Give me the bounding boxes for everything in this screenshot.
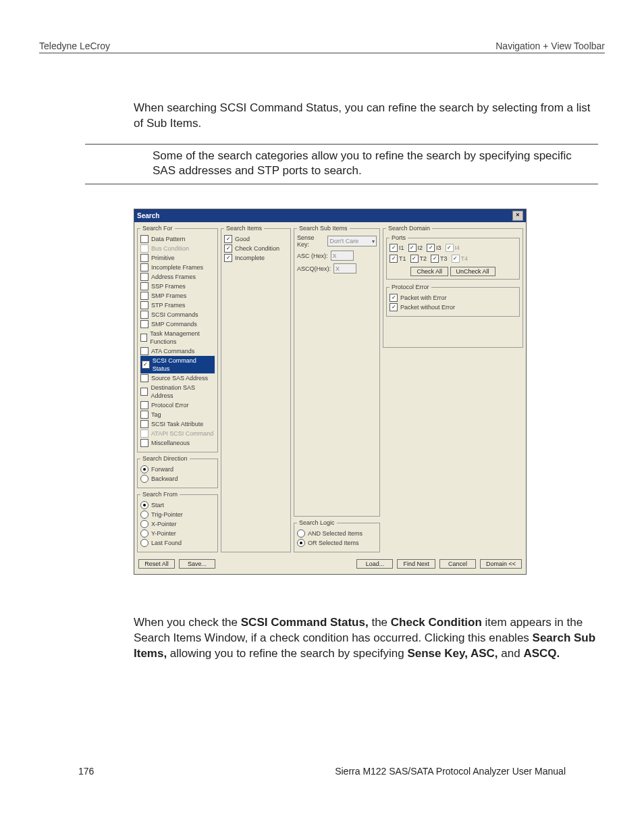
checkbox-icon[interactable] xyxy=(140,420,149,428)
cancel-button[interactable]: Cancel xyxy=(439,559,476,569)
port-checkbox[interactable]: I1 xyxy=(390,244,404,252)
search-from-option[interactable]: Start xyxy=(140,500,215,510)
search-for-item[interactable]: Primitive xyxy=(140,253,215,263)
checkbox-icon[interactable] xyxy=(140,263,149,271)
search-from-option[interactable]: Trig-Pointer xyxy=(140,510,215,519)
checkbox-icon[interactable] xyxy=(427,244,435,252)
search-from-option[interactable]: Last Found xyxy=(140,538,215,548)
search-for-item[interactable]: Protocol Error xyxy=(140,400,215,410)
port-checkbox[interactable]: I2 xyxy=(408,244,423,252)
search-from-option[interactable]: Y-Pointer xyxy=(140,529,215,538)
checkbox-icon[interactable] xyxy=(140,411,149,419)
checkbox-icon[interactable] xyxy=(140,311,149,319)
check-all-button[interactable]: Check All xyxy=(410,267,448,276)
titlebar[interactable]: Search × xyxy=(134,209,526,222)
search-item[interactable]: Good xyxy=(224,234,288,244)
checkbox-icon[interactable] xyxy=(140,235,149,243)
search-for-item[interactable]: SCSI Command Status xyxy=(142,356,213,373)
radio-icon[interactable] xyxy=(140,511,149,519)
search-for-item[interactable]: Address Frames xyxy=(140,272,215,282)
radio-icon[interactable] xyxy=(297,539,305,547)
ascq-input[interactable]: X xyxy=(333,263,356,273)
packet-with-error-row[interactable]: Packet with Error xyxy=(390,293,516,303)
search-for-item[interactable]: Miscellaneous xyxy=(140,438,215,448)
checkbox-icon[interactable] xyxy=(224,254,232,262)
radio-icon[interactable] xyxy=(140,465,149,473)
search-item[interactable]: Check Condition xyxy=(224,244,288,253)
port-checkbox[interactable]: T1 xyxy=(390,255,406,263)
search-for-item[interactable]: Destination SAS Address xyxy=(140,383,215,400)
port-checkbox[interactable]: T2 xyxy=(410,255,427,263)
radio-icon[interactable] xyxy=(140,539,149,547)
search-for-item[interactable]: Source SAS Address xyxy=(140,373,215,383)
checkbox-icon[interactable] xyxy=(140,401,149,409)
checkbox-icon[interactable] xyxy=(140,347,149,355)
search-direction-option[interactable]: Backward xyxy=(140,474,215,484)
search-for-item[interactable]: SSP Frames xyxy=(140,282,215,291)
dialog-buttons: Reset All Save... Load... Find Next Canc… xyxy=(134,555,526,574)
checkbox-icon[interactable] xyxy=(140,292,149,300)
search-for-item[interactable]: Data Pattern xyxy=(140,234,215,244)
search-for-label: SCSI Commands xyxy=(151,311,198,319)
checkbox-icon[interactable] xyxy=(140,439,149,447)
radio-icon[interactable] xyxy=(140,501,149,509)
search-for-item[interactable]: Tag xyxy=(140,410,215,419)
search-for-item[interactable]: SCSI Task Attribute xyxy=(140,419,215,429)
radio-icon[interactable] xyxy=(297,529,305,538)
search-item[interactable]: Incomplete xyxy=(224,253,288,263)
checkbox-icon[interactable] xyxy=(390,244,398,252)
port-checkbox[interactable]: T3 xyxy=(431,255,448,263)
search-for-item[interactable]: SMP Commands xyxy=(140,319,215,329)
radio-icon[interactable] xyxy=(140,520,149,528)
checkbox-icon[interactable] xyxy=(224,244,232,253)
checkbox-icon[interactable] xyxy=(390,294,398,302)
checkbox-icon[interactable] xyxy=(390,255,398,263)
reset-all-button[interactable]: Reset All xyxy=(138,559,175,569)
search-logic-label: AND Selected Items xyxy=(308,529,363,538)
port-checkbox[interactable]: I3 xyxy=(427,244,441,252)
checkbox-icon[interactable] xyxy=(140,374,149,382)
checkbox-icon[interactable] xyxy=(140,301,149,309)
checkbox-icon[interactable] xyxy=(140,334,147,342)
search-for-item[interactable]: ATA Commands xyxy=(140,346,215,356)
search-for-item[interactable]: STP Frames xyxy=(140,301,215,310)
domain-button[interactable]: Domain << xyxy=(480,559,522,569)
radio-icon[interactable] xyxy=(140,529,149,538)
search-direction-option[interactable]: Forward xyxy=(140,465,215,474)
asc-input[interactable]: X xyxy=(331,251,354,261)
search-for-label: Tag xyxy=(151,411,161,419)
packet-without-error-row[interactable]: Packet without Error xyxy=(390,303,516,312)
checkbox-icon[interactable] xyxy=(140,320,149,328)
search-logic-option[interactable]: OR Selected Items xyxy=(297,538,377,548)
close-icon[interactable]: × xyxy=(512,211,523,221)
search-from-label: Start xyxy=(151,501,164,509)
checkbox-icon[interactable] xyxy=(408,244,417,252)
port-checkbox: I4 xyxy=(446,244,460,252)
load-button[interactable]: Load... xyxy=(356,559,393,569)
sense-key-select[interactable]: Don't Care ▾ xyxy=(327,236,377,246)
search-for-label: Primitive xyxy=(151,254,175,262)
protocol-error-legend: Protocol Error xyxy=(390,284,431,290)
checkbox-icon[interactable] xyxy=(142,361,150,369)
checkbox-icon[interactable] xyxy=(224,235,232,243)
save-button[interactable]: Save... xyxy=(179,559,215,569)
search-for-item[interactable]: Task Management Functions xyxy=(140,329,215,346)
checkbox-icon[interactable] xyxy=(140,254,149,262)
search-logic-option[interactable]: AND Selected Items xyxy=(297,529,377,538)
radio-icon[interactable] xyxy=(140,475,149,483)
search-for-item[interactable]: Incomplete Frames xyxy=(140,263,215,272)
checkbox-icon[interactable] xyxy=(390,303,398,311)
checkbox-icon[interactable] xyxy=(431,255,439,263)
find-next-button[interactable]: Find Next xyxy=(397,559,435,569)
search-for-group: Search For Data PatternBus ConditionPrim… xyxy=(137,225,218,452)
checkbox-icon[interactable] xyxy=(410,255,419,263)
uncheck-all-button[interactable]: UnCheck All xyxy=(450,267,495,276)
search-for-label: Task Management Functions xyxy=(150,330,215,346)
search-for-item-selected[interactable]: SCSI Command Status xyxy=(140,356,215,373)
search-from-option[interactable]: X-Pointer xyxy=(140,519,215,529)
checkbox-icon[interactable] xyxy=(140,273,149,281)
search-for-item[interactable]: SMP Frames xyxy=(140,291,215,301)
checkbox-icon[interactable] xyxy=(140,282,149,290)
checkbox-icon[interactable] xyxy=(140,388,148,396)
search-for-item[interactable]: SCSI Commands xyxy=(140,310,215,319)
